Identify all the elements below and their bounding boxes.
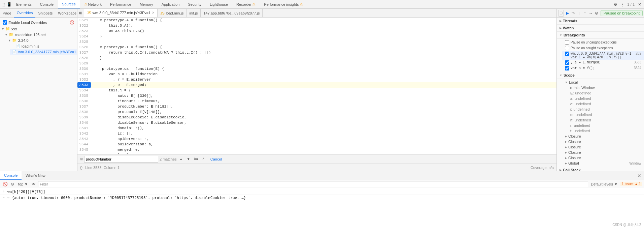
tab-performance-insights[interactable]: Performance insights ⚠: [260, 0, 307, 9]
sidebar-tab-workspace[interactable]: Workspace: [55, 9, 77, 18]
tab-elements[interactable]: Elements: [12, 0, 36, 9]
file-tab-load[interactable]: JS load.min.js: [158, 9, 187, 18]
bp2-line: 3533: [634, 60, 641, 64]
tab-memory[interactable]: Memory: [136, 0, 158, 9]
console-tab-console[interactable]: Console: [0, 171, 22, 180]
match-case-btn[interactable]: Aa: [193, 156, 199, 162]
scope-this[interactable]: ▶ this: Window: [568, 85, 644, 90]
search-cancel-btn[interactable]: Cancel: [208, 156, 225, 162]
tab-recorder[interactable]: Recorder ⚠: [232, 0, 260, 9]
inspect-icon[interactable]: ⬚: [0, 1, 6, 7]
console-result-line: ← ← {auto: true, timeout: 6000, productN…: [0, 195, 644, 201]
tab-network[interactable]: ⚠ Network: [80, 0, 106, 9]
sidebar-tree-loadjs[interactable]: 📄 load.min.js: [10, 43, 77, 49]
file-tab-close-wm[interactable]: ✕: [152, 11, 155, 15]
line-content: protocol: E[V[148]],: [91, 109, 556, 115]
sidebar-tab-snippets[interactable]: Snippets: [35, 9, 55, 18]
scope-closure-2[interactable]: ▶Closure: [562, 139, 644, 144]
tab-lighthouse[interactable]: Lighthouse: [206, 0, 232, 9]
line-number: 3544: [77, 142, 91, 147]
scope-E: E:undefined: [568, 90, 644, 96]
bp1-checkbox[interactable]: [565, 52, 569, 56]
line-content: var a = E.buildVersion: [91, 71, 556, 77]
settings-icon[interactable]: ⚙: [613, 1, 619, 7]
console-eye-icon[interactable]: 👁: [31, 181, 37, 187]
goto-file-icon[interactable]: ⊞: [77, 9, 84, 18]
sidebar-tree-wmjs[interactable]: 📄 wm.3.0.0_33d41777.min.js%3Fv=1: [10, 49, 77, 55]
step-into-icon[interactable]: ↓: [576, 10, 581, 16]
scope-n: n:undefined: [568, 117, 644, 123]
sidebar-tree-root[interactable]: ▼ 📁 xxx: [0, 26, 77, 32]
line-number: 3538: [77, 109, 91, 115]
scope-closure-1[interactable]: ▶Closure: [562, 134, 644, 139]
console-tab-whats-new[interactable]: What's New: [22, 171, 49, 180]
breakpoints-section-header[interactable]: ▼ Breakpoints: [557, 32, 644, 39]
regex-btn[interactable]: .*: [200, 156, 206, 162]
search-input[interactable]: [84, 156, 158, 163]
line-number: 3536: [77, 98, 91, 104]
threads-section-header[interactable]: ▶ Threads: [557, 18, 644, 25]
call-stack-section-header[interactable]: ▶ Call Stack: [557, 167, 644, 171]
file-tab-bbf[interactable]: 147.app.bbf670e...89eab9f2877.js: [201, 9, 263, 18]
tab-performance[interactable]: Performance: [106, 0, 136, 9]
search-next-btn[interactable]: ▼: [185, 156, 192, 162]
console-filter-input[interactable]: [38, 181, 588, 187]
deactivate-breakpoints-icon[interactable]: ⊘: [594, 10, 599, 16]
scope-section-header[interactable]: ▼ Scope: [557, 72, 644, 79]
tab-console[interactable]: Console: [36, 0, 58, 9]
tab-security[interactable]: Security: [184, 0, 206, 9]
console-clear-icon[interactable]: 🚫: [2, 181, 8, 187]
scope-closure-5[interactable]: ▶Closure: [562, 155, 644, 161]
code-line-3533: 3533 , e = E.merged;: [77, 82, 556, 88]
resume-icon[interactable]: ▶: [565, 10, 570, 16]
bp1-filename: wm.3.0.0_33d41777.min.js%3Fv=1: [571, 52, 632, 55]
bp3-checkbox[interactable]: [565, 66, 569, 70]
close-console-btn[interactable]: ✕: [636, 173, 643, 178]
sidebar-tree-version[interactable]: ▼ 📁 2.24.0: [7, 37, 77, 43]
code-line-3534: 3534 this.j = {: [77, 88, 556, 93]
more-tools-icon[interactable]: ⋮: [619, 1, 625, 7]
code-line-3538: 3538 protocol: E[V[148]],: [77, 109, 556, 115]
watch-section-header[interactable]: ▶ Watch: [557, 25, 644, 32]
code-line-3542: 3542 ic: [],: [77, 131, 556, 136]
top-context-btn[interactable]: top ▼: [17, 182, 29, 186]
scope-local-header[interactable]: ▼ Local: [562, 80, 644, 85]
step-icon[interactable]: →: [588, 10, 593, 16]
scope-closure-4[interactable]: ▶Closure: [562, 150, 644, 155]
step-over-icon[interactable]: ↷: [571, 10, 576, 16]
line-content: apiServers: r,: [91, 136, 556, 142]
enable-overrides-checkbox[interactable]: [3, 20, 7, 25]
code-line-3536: 3536 timeout: E.timeout,: [77, 98, 556, 104]
search-prev-btn[interactable]: ▲: [178, 156, 184, 162]
file-tab-wm[interactable]: JS wm.3.0.0_33d41777.min.js%3Fv=1 ✕: [84, 9, 158, 18]
pause-uncaught-checkbox[interactable]: [565, 40, 569, 45]
coverage-status: Coverage: n/a: [531, 166, 554, 170]
issues-badge[interactable]: 1 Issue: ▲ 1: [620, 182, 642, 186]
tab-sources[interactable]: Sources: [58, 0, 80, 9]
default-levels-btn[interactable]: Default levels ▼: [589, 182, 619, 186]
code-line-3544: 3544 buildversion: a,: [77, 142, 556, 147]
line-content: domain: t(),: [91, 125, 556, 131]
right-panel-scroll: ▶ Threads ▶ Watch ▼ Breakpoints Pause on: [557, 18, 644, 171]
breakpoints-toggle-icon[interactable]: ⊟: [558, 10, 564, 17]
device-icon[interactable]: 📱: [6, 1, 12, 7]
close-devtools-icon[interactable]: ✕: [637, 1, 643, 7]
code-line-3532: 3532 , r = E.apiServer: [77, 77, 556, 82]
line-number: 3522: [77, 23, 91, 28]
scope-global[interactable]: ▶GlobalWindow: [562, 161, 644, 166]
scope-closure-3[interactable]: ▶Closure: [562, 144, 644, 150]
scope-content: ▼ Local ▶ this: Window E:undefined a:und…: [557, 79, 644, 167]
step-out-icon[interactable]: ↑: [582, 10, 587, 16]
pause-caught-checkbox[interactable]: [565, 46, 569, 50]
sidebar-tab-overrides[interactable]: Overrides: [14, 9, 36, 18]
bp2-checkbox[interactable]: [565, 60, 569, 65]
file-tab-init[interactable]: init.js: [187, 9, 201, 18]
go-to-line-icon[interactable]: {}: [80, 166, 82, 170]
window-info: 1 / 1: [626, 2, 636, 6]
scope-local-content: ▶ this: Window E:undefined a:undefined e…: [562, 85, 644, 134]
sidebar-tab-page[interactable]: Page: [0, 9, 14, 18]
tab-application[interactable]: Application: [158, 0, 184, 9]
console-block-icon[interactable]: ⊙: [9, 181, 15, 187]
clear-overrides-icon[interactable]: 🚫: [70, 20, 74, 25]
sidebar-tree-host[interactable]: ▼ 📁 cstaticidun.126.net: [3, 32, 77, 37]
